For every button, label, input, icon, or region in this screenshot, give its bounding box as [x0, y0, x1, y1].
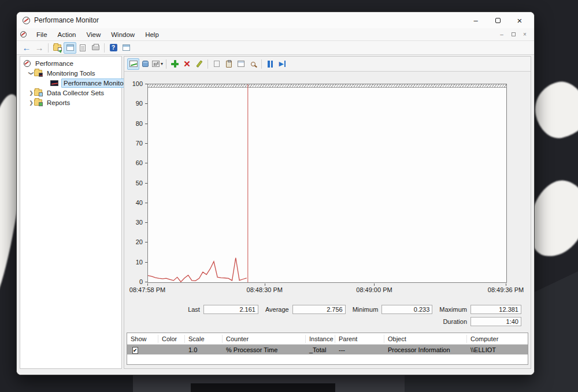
dropdown-caret-icon: ▾ — [161, 61, 163, 66]
tree-item-data-collector-sets[interactable]: ❯ Data Collector Sets — [20, 88, 121, 98]
show-checkbox[interactable]: ✔ — [132, 347, 138, 354]
y-tick-mark — [145, 282, 147, 282]
freeze-display-button[interactable] — [264, 58, 276, 70]
console-tree-icon — [66, 44, 74, 51]
update-data-button[interactable]: ▶ — [276, 58, 288, 70]
step-forward-icon: ▶ — [279, 61, 286, 67]
forward-arrow-icon: → — [35, 43, 44, 52]
toolbar-separator — [104, 43, 105, 53]
column-header-scale[interactable]: Scale — [185, 335, 223, 343]
counter-name: % Processor Time — [223, 346, 306, 353]
help-button[interactable]: ? — [107, 42, 120, 54]
stats-row: Duration 1:40 — [436, 317, 521, 326]
menubar: File Action View Window Help – × — [17, 28, 534, 41]
chevron-collapsed-icon[interactable]: ❯ — [28, 100, 34, 106]
x-tick-label: 08:49:00 PM — [356, 286, 392, 293]
clipboard-icon — [226, 61, 232, 68]
column-header-object[interactable]: Object — [384, 335, 467, 343]
mdi-close-button[interactable]: × — [519, 30, 531, 39]
properties-button-chart[interactable] — [235, 58, 247, 70]
menu-file[interactable]: File — [31, 30, 53, 39]
duration-label: Duration — [443, 318, 467, 325]
highlight-button[interactable] — [193, 58, 205, 70]
back-button[interactable]: ← — [20, 42, 33, 54]
forward-button[interactable]: → — [33, 42, 46, 54]
copy-properties-button[interactable] — [210, 58, 223, 70]
menu-help[interactable]: Help — [140, 30, 164, 39]
duration-value: 1:40 — [470, 317, 521, 326]
last-value: 2.161 — [203, 305, 258, 314]
performance-monitor-mini-icon — [20, 31, 27, 38]
column-header-instance[interactable]: Instance — [306, 335, 335, 343]
y-tick-mark — [145, 242, 147, 242]
column-header-computer[interactable]: Computer — [467, 335, 528, 343]
average-label: Average — [265, 306, 289, 313]
maximize-button[interactable] — [487, 13, 509, 28]
x-tick-label: 08:47:58 PM — [129, 286, 165, 293]
properties-button[interactable] — [76, 42, 89, 54]
mdi-minimize-button[interactable]: – — [496, 30, 507, 39]
y-tick-mark — [145, 143, 147, 144]
view-current-activity-button[interactable] — [127, 58, 139, 70]
chart-toolbar: ▾ ✕ ▶ — [124, 57, 531, 72]
y-tick-mark — [145, 183, 147, 184]
tree-item-reports[interactable]: ❯ Reports — [20, 98, 121, 107]
y-tick-label: 10 — [136, 259, 143, 266]
counter-scale: 1.0 — [185, 346, 223, 353]
current-activity-icon — [129, 61, 138, 67]
main-toolbar: ← → ? — [17, 41, 534, 55]
tree-item-label: Reports — [45, 99, 72, 107]
chevron-collapsed-icon[interactable]: ❯ — [28, 90, 34, 96]
y-tick-mark — [145, 203, 147, 203]
print-button[interactable] — [89, 42, 102, 54]
add-counter-button[interactable] — [169, 58, 181, 70]
y-tick-label: 30 — [136, 219, 143, 226]
x-tick-mark — [147, 283, 148, 286]
counter-row-selected[interactable]: ✔ 1.0 % Processor Time _Total --- Proces… — [127, 345, 528, 354]
tree-item-performance-monitor[interactable]: Performance Monitor — [20, 78, 121, 88]
printer-icon — [92, 45, 99, 50]
change-graph-type-button[interactable]: ▾ — [151, 58, 164, 70]
x-tick-mark — [374, 283, 375, 286]
minimize-button[interactable]: – — [465, 13, 487, 28]
back-arrow-icon: ← — [23, 43, 31, 52]
column-header-counter[interactable]: Counter — [223, 335, 306, 343]
highlight-pen-icon — [196, 60, 202, 67]
menu-action[interactable]: Action — [53, 30, 81, 39]
y-tick-label: 70 — [136, 140, 143, 147]
y-tick-label: 60 — [136, 159, 143, 166]
y-tick-label: 0 — [139, 278, 143, 285]
x-axis: 08:47:58 PM08:48:30 PM08:49:00 PM08:49:3… — [147, 286, 507, 296]
column-header-show[interactable]: Show — [127, 335, 158, 343]
window-title: Performance Monitor — [34, 16, 99, 24]
average-value: 2.756 — [292, 305, 346, 314]
performance-monitor-view: ▾ ✕ ▶ 1009080706050403020100 — [124, 56, 531, 369]
column-header-color[interactable]: Color — [158, 335, 185, 343]
y-tick-mark — [145, 84, 147, 84]
chevron-expanded-icon[interactable]: ❯ — [28, 70, 34, 76]
titlebar[interactable]: Performance Monitor – × — [17, 12, 534, 28]
zoom-button[interactable] — [247, 58, 259, 70]
close-button[interactable]: × — [509, 13, 531, 28]
show-hide-action-pane-button[interactable] — [120, 42, 132, 54]
y-tick-label: 80 — [136, 120, 143, 127]
paste-counter-list-button[interactable] — [223, 58, 235, 70]
export-list-button[interactable] — [51, 42, 64, 54]
mdi-restore-button[interactable] — [507, 30, 519, 39]
x-tick-mark — [506, 283, 506, 286]
tree-item-monitoring-tools[interactable]: ❯ Monitoring Tools — [20, 68, 121, 78]
show-hide-console-tree-button[interactable] — [64, 42, 76, 54]
delete-counter-button[interactable]: ✕ — [181, 58, 193, 70]
menu-view[interactable]: View — [81, 30, 106, 39]
tree-item-performance[interactable]: Performance — [20, 58, 121, 68]
performance-monitor-window: Performance Monitor – × File Action View… — [16, 12, 535, 375]
data-collector-sets-folder-icon — [34, 89, 42, 96]
plot[interactable] — [147, 84, 507, 283]
maximum-value: 12.381 — [470, 305, 521, 314]
menu-window[interactable]: Window — [106, 30, 140, 39]
copy-icon — [214, 61, 220, 67]
column-header-parent[interactable]: Parent — [335, 335, 384, 343]
performance-root-icon — [24, 60, 31, 67]
view-log-data-button[interactable] — [139, 58, 151, 70]
y-tick-mark — [145, 103, 147, 104]
